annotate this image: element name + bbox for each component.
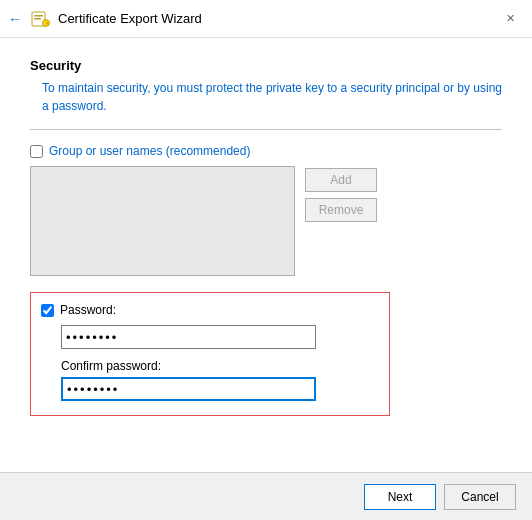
main-content: Security To maintain security, you must … xyxy=(0,38,532,472)
password-field-group: Confirm password: xyxy=(61,325,375,401)
section-title: Security xyxy=(30,58,502,73)
confirm-password-label: Confirm password: xyxy=(61,359,375,373)
title-bar: ← ★ Certificate Export Wizard ✕ xyxy=(0,0,532,38)
group-list-box xyxy=(30,166,295,276)
footer: Next Cancel xyxy=(0,472,532,520)
close-button[interactable]: ✕ xyxy=(500,9,520,29)
password-checkbox[interactable] xyxy=(41,304,54,317)
divider xyxy=(30,129,502,130)
svg-rect-2 xyxy=(34,18,41,20)
certificate-icon: ★ xyxy=(30,9,50,29)
svg-rect-1 xyxy=(34,15,43,17)
title-bar-left: ← ★ Certificate Export Wizard xyxy=(8,9,202,29)
back-button[interactable]: ← xyxy=(8,11,22,27)
password-label[interactable]: Password: xyxy=(60,303,116,317)
section-description: To maintain security, you must protect t… xyxy=(30,79,502,115)
group-checkbox-label[interactable]: Group or user names (recommended) xyxy=(49,144,250,158)
password-section: Password: Confirm password: xyxy=(30,292,390,416)
group-list-buttons: Add Remove xyxy=(305,166,377,276)
password-checkbox-row: Password: xyxy=(41,303,375,317)
confirm-password-input[interactable] xyxy=(61,377,316,401)
password-input[interactable] xyxy=(61,325,316,349)
cancel-button[interactable]: Cancel xyxy=(444,484,516,510)
dialog-title: Certificate Export Wizard xyxy=(58,11,202,26)
next-button[interactable]: Next xyxy=(364,484,436,510)
group-checkbox-row: Group or user names (recommended) xyxy=(30,144,502,158)
group-checkbox[interactable] xyxy=(30,145,43,158)
remove-button[interactable]: Remove xyxy=(305,198,377,222)
group-list-area: Add Remove xyxy=(30,166,502,276)
add-button[interactable]: Add xyxy=(305,168,377,192)
